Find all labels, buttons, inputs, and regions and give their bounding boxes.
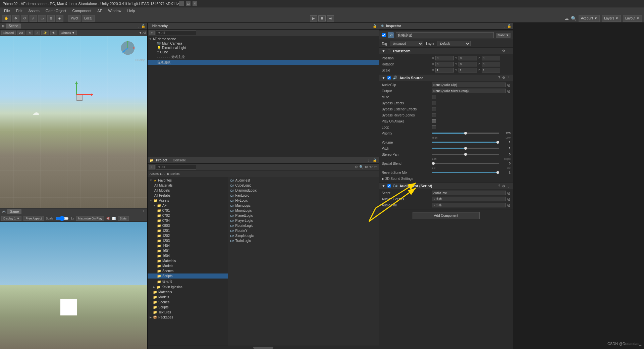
tree-favorites[interactable]: ▼ ★ Favorites <box>148 178 228 183</box>
at-settings-icon[interactable]: ⚙ <box>502 184 505 188</box>
file-diamondlogic[interactable]: C#DiamondLogic <box>228 188 379 193</box>
loop-checkbox[interactable] <box>432 125 436 129</box>
audio-help-icon[interactable]: ? <box>498 76 500 80</box>
maximize-on-play[interactable]: Maximize On Play <box>76 216 105 221</box>
all-toggle[interactable]: ▼ All <box>139 31 146 35</box>
pitch-slider[interactable] <box>432 148 499 149</box>
tree-scripts2[interactable]: 📁Scripts <box>148 305 228 310</box>
maximize-button[interactable]: □ <box>186 1 191 6</box>
tree-kevin[interactable]: ▶📁Kevin Iglesias <box>148 285 228 290</box>
project-files[interactable]: C#AudioTest C#CubeLogic C#DiamondLogic C… <box>228 177 379 346</box>
file-rotatey[interactable]: C#RotateY <box>228 228 379 233</box>
tree-packages[interactable]: ▶📦Packages <box>148 315 228 320</box>
static-button[interactable]: Static ▼ <box>496 33 511 38</box>
bypass-effects-checkbox[interactable] <box>432 101 436 105</box>
hierarchy-item-maincamera[interactable]: 📷 Main Camera <box>148 41 379 46</box>
scale-tool-button[interactable]: ⤢ <box>30 15 37 22</box>
project-eye-icon[interactable]: 👁 <box>369 165 373 169</box>
hierarchy-content[interactable]: ▼ AF demo scene 📷 Main Camera 💡 Directio… <box>148 36 379 157</box>
scrollbar-thumb[interactable] <box>253 347 273 349</box>
menu-window[interactable]: Window <box>105 8 124 13</box>
priority-thumb[interactable] <box>464 132 467 135</box>
stats-icon[interactable]: 📊 <box>112 217 116 220</box>
step-button[interactable]: ⏭ <box>327 15 334 21</box>
layers-dropdown[interactable]: Layers ▼ <box>602 15 621 22</box>
menu-gameobject[interactable]: GameObject <box>43 8 69 13</box>
audioclip-select-icon[interactable]: ◎ <box>507 83 511 87</box>
hierarchy-item-directionallight[interactable]: 💡 Directional Light <box>148 46 379 50</box>
play-button[interactable]: ▶ <box>310 15 317 21</box>
menu-help[interactable]: Help <box>125 8 138 13</box>
tree-materials[interactable]: 📁Materials <box>148 258 228 263</box>
pitch-thumb[interactable] <box>464 147 467 150</box>
scene-tab[interactable]: Scene <box>6 23 21 29</box>
game-tab[interactable]: Game <box>7 209 21 214</box>
menu-edit[interactable]: Edit <box>13 8 25 13</box>
at-active-checkbox[interactable] <box>387 184 391 188</box>
tree-tishiyin[interactable]: 📁提示音 <box>148 279 228 285</box>
project-more-icon[interactable]: ⋮ <box>367 158 370 162</box>
script-select-icon[interactable]: ◎ <box>507 191 511 195</box>
audio-settings-icon[interactable]: ⚙ <box>502 76 505 80</box>
audioclip-field[interactable] <box>432 83 506 87</box>
reverb-slider[interactable] <box>432 172 499 173</box>
obj-name-field[interactable] <box>396 32 494 38</box>
project-settings-icon[interactable]: ⚙ <box>355 165 358 169</box>
tree-scripts[interactable]: 📁Scripts <box>148 273 228 279</box>
tree-0704[interactable]: 📁0704 <box>148 218 228 223</box>
inspector-lock-icon[interactable]: 🔒 <box>507 24 511 28</box>
tree-materials2[interactable]: 📁Materials <box>148 290 228 295</box>
hierarchy-add-button[interactable]: + <box>149 31 155 35</box>
aspect-dropdown[interactable]: Free Aspect <box>23 216 44 221</box>
audio-success-field[interactable] <box>432 197 506 201</box>
file-planetlogic[interactable]: C#PlanetLogic <box>228 213 379 218</box>
2d-toggle[interactable]: 2D <box>17 31 25 35</box>
transform-tool-button[interactable]: ⊕ <box>47 15 55 22</box>
spatial-thumb[interactable] <box>432 162 435 165</box>
hierarchy-lock-icon[interactable]: 🔒 <box>373 24 377 28</box>
file-mainlogic[interactable]: C#MainLogic <box>228 203 379 208</box>
minimize-button[interactable]: — <box>179 1 184 6</box>
tree-0701[interactable]: 📁0701 <box>148 208 228 213</box>
audio-source-header[interactable]: ▼ 🔊 Audio Source ? ⚙ ⋮ <box>379 74 513 81</box>
tree-scenes2[interactable]: 📁Scenes <box>148 300 228 305</box>
scene-visibility-toggle[interactable]: 👁 <box>50 31 57 35</box>
console-tab[interactable]: Console <box>173 158 186 162</box>
file-cubelogic[interactable]: C#CubeLogic <box>228 183 379 188</box>
project-lock-icon[interactable]: 🔒 <box>373 158 377 162</box>
output-field[interactable] <box>432 89 506 93</box>
tree-all-prefabs[interactable]: All Prefabs <box>148 193 228 198</box>
audio-more-icon[interactable]: ⋮ <box>507 76 511 80</box>
bypass-listener-checkbox[interactable] <box>432 107 436 111</box>
tree-textures[interactable]: 📁Textures <box>148 310 228 315</box>
position-y-field[interactable] <box>459 56 477 60</box>
scene-lock-icon[interactable]: 🔒 <box>141 24 145 28</box>
scene-view[interactable]: ☁ < Persp <box>0 36 147 208</box>
script-field[interactable] <box>432 191 506 195</box>
volume-slider[interactable] <box>432 142 499 143</box>
scale-z-field[interactable] <box>482 68 500 72</box>
layout-dropdown[interactable]: Layout ▼ <box>623 15 642 22</box>
position-x-field[interactable] <box>435 56 454 60</box>
gizmos-dropdown[interactable]: Gizmos ▼ <box>59 31 77 35</box>
tree-1601[interactable]: 📁1601 <box>148 248 228 253</box>
tree-af[interactable]: ▼ 📁 AF <box>148 203 228 208</box>
file-trainlogic[interactable]: C#TrainLogic <box>228 238 379 243</box>
local-button[interactable]: Local <box>82 15 95 22</box>
file-playerlogic[interactable]: C#PlayerLogic <box>228 218 379 223</box>
rotate-tool-button[interactable]: ↺ <box>21 15 28 22</box>
close-button[interactable]: ✕ <box>193 1 197 6</box>
position-z-field[interactable] <box>482 56 500 60</box>
file-moonlogic[interactable]: C#MoonLogic <box>228 208 379 213</box>
file-fanlogic[interactable]: C#FanLogic <box>228 193 379 198</box>
project-search[interactable] <box>156 165 196 169</box>
hierarchy-item-audiotest[interactable]: 音频测试 <box>148 60 379 65</box>
menu-component[interactable]: Component <box>69 8 94 13</box>
tree-models2[interactable]: 📁Models <box>148 295 228 300</box>
transform-header[interactable]: ▼ ⊞ Transform ⚙ ⋮ <box>379 48 513 54</box>
scale-y-field[interactable] <box>459 68 477 72</box>
tag-dropdown[interactable]: Untagged <box>390 41 423 46</box>
layer-dropdown[interactable]: Default <box>437 41 471 46</box>
lighting-toggle[interactable]: ☀ <box>26 31 33 35</box>
audio-toggle[interactable]: ♪ <box>35 31 40 35</box>
